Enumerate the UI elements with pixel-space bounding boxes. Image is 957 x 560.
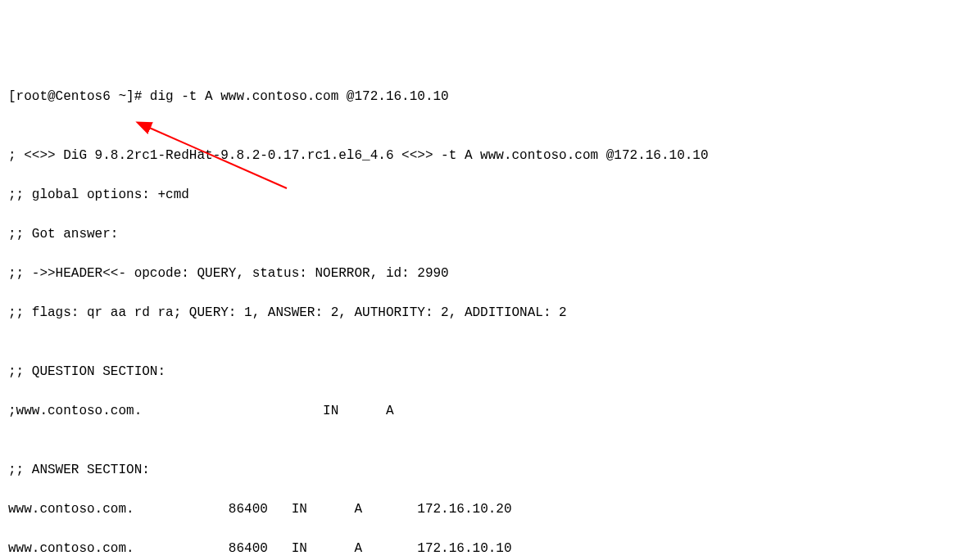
- answer-ttl: 86400: [229, 502, 268, 517]
- answer-row: www.contoso.com. 86400 IN A 172.16.10.10: [8, 539, 949, 558]
- question-section-header: ;; QUESTION SECTION:: [8, 362, 949, 382]
- got-answer-line: ;; Got answer:: [8, 224, 949, 244]
- answer-name: www.contoso.com.: [8, 502, 134, 517]
- question-class: IN: [323, 404, 338, 418]
- answer-class: IN: [292, 502, 307, 517]
- command-prompt-line: [root@Centos6 ~]# dig -t A www.contoso.c…: [8, 87, 949, 106]
- answer-type: A: [354, 541, 362, 556]
- global-options-line: ;; global options: +cmd: [8, 185, 949, 205]
- terminal-output: [root@Centos6 ~]# dig -t A www.contoso.c…: [8, 87, 949, 560]
- answer-value: 172.16.10.10: [417, 541, 511, 556]
- question-name: ;www.contoso.com.: [8, 404, 142, 418]
- answer-value: 172.16.10.20: [417, 502, 511, 517]
- answer-row: www.contoso.com. 86400 IN A 172.16.10.20: [8, 499, 949, 519]
- question-type: A: [386, 404, 394, 418]
- answer-ttl: 86400: [229, 541, 268, 556]
- dig-banner: ; <<>> DiG 9.8.2rc1-RedHat-9.8.2-0.17.rc…: [8, 146, 949, 165]
- answer-section-header: ;; ANSWER SECTION:: [8, 460, 949, 480]
- flags-line: ;; flags: qr aa rd ra; QUERY: 1, ANSWER:…: [8, 303, 949, 323]
- answer-class: IN: [292, 541, 307, 556]
- command-text: dig -t A www.contoso.com @172.16.10.10: [150, 89, 449, 104]
- question-row: ;www.contoso.com. IN A: [8, 401, 949, 421]
- answer-type: A: [354, 502, 362, 517]
- shell-prompt: [root@Centos6 ~]#: [8, 89, 150, 104]
- answer-name: www.contoso.com.: [8, 541, 134, 556]
- header-line: ;; ->>HEADER<<- opcode: QUERY, status: N…: [8, 264, 949, 283]
